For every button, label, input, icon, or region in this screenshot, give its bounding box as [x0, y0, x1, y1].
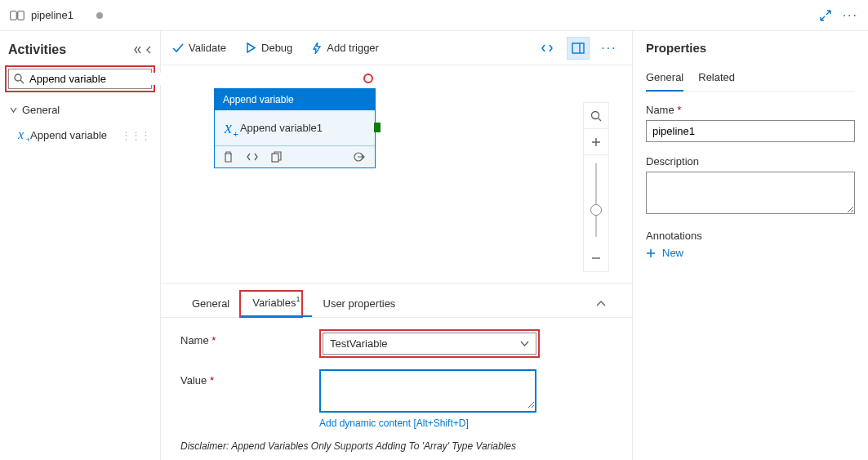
- code-icon[interactable]: [247, 152, 258, 162]
- debug-label: Debug: [261, 42, 292, 54]
- props-name-label: Name *: [646, 104, 855, 116]
- append-variable-icon: x+: [18, 127, 24, 142]
- var-name-select[interactable]: TestVariable: [323, 333, 536, 355]
- zoom-in-button[interactable]: [584, 129, 608, 155]
- debug-button[interactable]: Debug: [246, 42, 292, 54]
- zoom-slider[interactable]: [595, 163, 597, 237]
- tab-user-properties[interactable]: User properties: [312, 291, 407, 316]
- node-title: Append variable1: [240, 122, 323, 134]
- details-collapse-icon[interactable]: [590, 294, 612, 314]
- props-name-input[interactable]: [646, 120, 855, 142]
- zoom-out-button[interactable]: [584, 245, 608, 271]
- tab-variables-label: Variables: [252, 297, 296, 309]
- error-indicator-icon: [363, 74, 373, 83]
- props-tab-related[interactable]: Related: [698, 66, 735, 92]
- expand-icon[interactable]: [820, 10, 831, 21]
- svg-point-2: [15, 74, 21, 81]
- output-icon[interactable]: [354, 151, 367, 163]
- var-name-label: Name *: [180, 329, 319, 346]
- add-trigger-label: Add trigger: [327, 42, 379, 54]
- validate-button[interactable]: Validate: [172, 42, 226, 54]
- group-general-label: General: [22, 104, 60, 116]
- drag-handle-icon[interactable]: ⋮⋮⋮: [121, 129, 150, 141]
- svg-rect-1: [18, 11, 24, 20]
- activity-node[interactable]: Append variable x+ Append variable1: [214, 88, 376, 168]
- svg-line-3: [20, 80, 24, 83]
- canvas-toolbar: Validate Debug Add trigger ···: [161, 31, 632, 65]
- var-name-highlight: TestVariable: [319, 329, 540, 358]
- success-connector-icon[interactable]: [374, 123, 381, 132]
- copy-icon[interactable]: [271, 151, 282, 163]
- code-view-button[interactable]: [536, 37, 559, 60]
- more-icon[interactable]: ···: [843, 8, 858, 23]
- tab-general[interactable]: General: [180, 291, 241, 316]
- activity-item-label: Append variable: [30, 129, 107, 141]
- add-dynamic-content-link[interactable]: Add dynamic content [Alt+Shift+D]: [319, 418, 536, 429]
- properties-toggle-button[interactable]: [567, 37, 590, 60]
- tab-variables-badge: 1: [296, 295, 300, 303]
- zoom-controls: [583, 102, 609, 272]
- activities-sidebar: Activities General x+: [0, 31, 161, 460]
- svg-point-8: [592, 111, 599, 118]
- validate-label: Validate: [189, 42, 226, 54]
- zoom-knob[interactable]: [590, 204, 602, 216]
- check-icon: [172, 43, 184, 53]
- properties-title: Properties: [646, 41, 855, 55]
- activities-title: Activities: [8, 42, 66, 57]
- add-trigger-button[interactable]: Add trigger: [312, 42, 379, 54]
- svg-rect-6: [272, 154, 278, 162]
- details-panel: General Variables1 User properties Name …: [161, 283, 632, 460]
- var-name-value: TestVariable: [330, 337, 388, 350]
- play-icon: [246, 42, 256, 53]
- pipeline-icon: [10, 10, 24, 21]
- props-tab-general[interactable]: General: [646, 66, 683, 92]
- chevron-down-icon: [520, 341, 529, 346]
- node-header: Append variable: [215, 89, 375, 110]
- canvas[interactable]: Append variable x+ Append variable1: [161, 65, 632, 283]
- svg-line-9: [599, 118, 602, 121]
- props-desc-textarea[interactable]: [646, 172, 855, 214]
- group-general[interactable]: General: [0, 99, 160, 121]
- activities-search-highlight: [5, 65, 155, 92]
- pipeline-title: pipeline1: [31, 9, 73, 21]
- unsaved-dot-icon: [96, 12, 103, 19]
- props-ann-label: Annotations: [646, 230, 855, 242]
- annotation-new-button[interactable]: New: [646, 247, 855, 259]
- activity-item-append-variable[interactable]: x+ Append variable ⋮⋮⋮: [0, 121, 160, 149]
- properties-panel: Properties General Related Name * Descri…: [633, 31, 868, 460]
- delete-icon[interactable]: [223, 151, 234, 163]
- canvas-more-button[interactable]: ···: [598, 37, 621, 60]
- zoom-fit-button[interactable]: [584, 103, 608, 129]
- var-value-label: Value *: [180, 369, 319, 386]
- annotation-new-label: New: [662, 247, 683, 259]
- disclaimer-text: Disclaimer: Append Variables Only Suppor…: [180, 440, 612, 452]
- var-value-textarea[interactable]: [321, 371, 535, 409]
- sidebar-collapse-icon[interactable]: [134, 46, 152, 54]
- tab-variables[interactable]: Variables1: [241, 290, 311, 317]
- svg-rect-0: [11, 11, 17, 20]
- props-desc-label: Description: [646, 155, 855, 167]
- topbar: pipeline1 ···: [0, 0, 868, 31]
- lightning-icon: [312, 42, 322, 54]
- append-variable-icon: x+: [225, 118, 232, 137]
- search-icon: [14, 74, 24, 84]
- activities-search-input[interactable]: [29, 73, 167, 85]
- svg-rect-4: [572, 43, 584, 53]
